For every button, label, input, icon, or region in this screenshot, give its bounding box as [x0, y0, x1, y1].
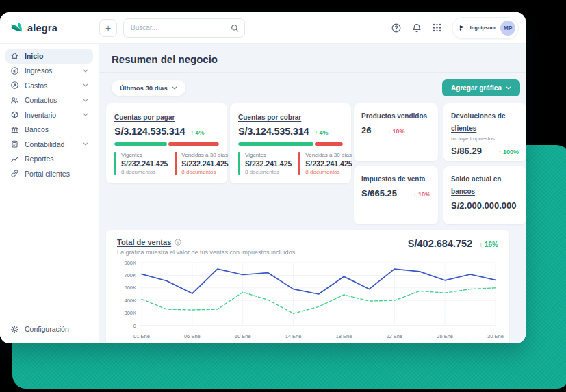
svg-text:26 Ene: 26 Ene	[437, 333, 453, 339]
sidebar-item-label: Gastos	[25, 81, 47, 90]
home-icon	[10, 51, 19, 60]
card-value: S/86.29	[451, 146, 482, 156]
sidebar: Inicio Ingresos Gastos Contactos Inventa…	[0, 44, 99, 343]
bank-icon	[10, 125, 19, 134]
sidebar-item-reportes[interactable]: Reportes	[5, 152, 93, 167]
accounting-icon	[10, 140, 19, 148]
card-devoluciones-de-clientes: Devoluciones de clientes Incluye impuest…	[443, 103, 526, 161]
card-amount: S/3.124.535.314	[114, 126, 185, 137]
brand-name: alegra	[27, 23, 57, 34]
card-total-de-ventas: Total de ventas La gráfica muestra el va…	[106, 230, 509, 343]
svg-text:30 Ene: 30 Ene	[487, 333, 504, 339]
card-title[interactable]: Cuentas por pagar	[114, 114, 175, 121]
chart-total-delta: ↑ 16%	[479, 241, 498, 248]
aging-bar	[238, 142, 343, 146]
apps-menu-button[interactable]	[432, 23, 442, 33]
info-icon[interactable]	[175, 239, 181, 246]
summary-cards-row: Cuentas por pagar S/3.124.535.314 ↑ 4% V…	[99, 96, 526, 224]
topbar-actions: logoipsum MP	[391, 17, 519, 39]
svg-text:10 Ene: 10 Ene	[235, 333, 251, 339]
sidebar-item-inicio[interactable]: Inicio	[5, 49, 93, 64]
apps-grid-icon	[432, 23, 442, 33]
card-value: 26	[361, 125, 371, 135]
chevron-down-icon	[83, 83, 88, 87]
sidebar-item-configuracion[interactable]: Configuración	[5, 322, 93, 337]
sidebar-item-contabilidad[interactable]: Contabilidad	[5, 137, 93, 152]
reports-icon	[10, 155, 19, 164]
avatar[interactable]: MP	[500, 21, 515, 36]
sub-metric-vigentes: Vigentes S/232.241.425 8 documentos	[238, 152, 292, 175]
contacts-icon	[10, 96, 19, 105]
date-range-filter[interactable]: Últimos 30 días	[112, 80, 185, 96]
svg-text:300K: 300K	[124, 310, 136, 316]
card-title[interactable]: Devoluciones de clientes	[451, 112, 505, 132]
sidebar-item-label: Contabilidad	[25, 140, 64, 148]
sidebar-item-contactos[interactable]: Contactos	[5, 93, 93, 108]
card-value: S/2.000.000.000	[451, 200, 516, 211]
screenshot-stage: alegra +	[0, 0, 566, 392]
sidebar-item-label: Ingresos	[25, 66, 52, 75]
gear-icon	[10, 325, 19, 334]
question-circle-icon	[391, 23, 402, 34]
chevron-down-icon	[83, 113, 88, 116]
alegra-logo-icon	[10, 22, 23, 34]
sidebar-item-bancos[interactable]: Bancos	[5, 122, 93, 138]
page-title: Resumen del negocio	[112, 53, 513, 65]
sidebar-item-label: Inventario	[25, 111, 56, 119]
sidebar-item-inventario[interactable]: Inventario	[5, 107, 93, 122]
card-delta: ↑ 4%	[314, 129, 328, 136]
chevron-down-icon	[83, 142, 88, 146]
sub-metric-vencidas: Vencidas a 30 días S/232.241.425 8 docum…	[298, 152, 352, 175]
svg-text:900K: 900K	[124, 260, 136, 266]
card-title[interactable]: Impuestos de venta	[361, 175, 425, 183]
card-title[interactable]: Productos vendidos	[361, 112, 427, 120]
card-amount: S/3.124.535.314	[238, 126, 309, 137]
card-saldo-actual-en-bancos: Saldo actual en bancos S/2.000.000.000	[443, 166, 526, 224]
sidebar-item-label: Configuración	[25, 325, 69, 333]
sidebar-footer: Configuración	[5, 317, 93, 337]
main-content: Resumen del negocio Últimos 30 días Agre…	[99, 44, 526, 343]
chevron-down-icon	[83, 69, 88, 73]
card-delta: ↑ 100%	[498, 148, 519, 155]
sidebar-item-gastos[interactable]: Gastos	[5, 78, 93, 93]
svg-text:0: 0	[133, 323, 136, 329]
date-range-label: Últimos 30 días	[120, 84, 168, 92]
create-new-button[interactable]: +	[99, 19, 117, 37]
account-pill[interactable]: logoipsum MP	[452, 17, 519, 39]
svg-text:22 Ene: 22 Ene	[386, 333, 402, 339]
chart-total-value: S/402.684.752	[408, 238, 472, 249]
card-productos-vendidos: Productos vendidos 26 ↓ 10%	[354, 103, 438, 161]
sidebar-item-label: Portal clientes	[25, 170, 70, 178]
sidebar-item-portal-clientes[interactable]: Portal clientes	[5, 166, 93, 181]
svg-text:06 Ene: 06 Ene	[184, 333, 201, 339]
card-delta: ↓ 10%	[387, 128, 404, 135]
chevron-down-icon	[83, 99, 88, 102]
svg-text:01 Ene: 01 Ene	[133, 333, 150, 339]
app-window: alegra +	[0, 12, 526, 343]
card-title[interactable]: Saldo actual en bancos	[451, 175, 501, 195]
sidebar-item-label: Bancos	[25, 125, 49, 133]
help-button[interactable]	[391, 23, 402, 34]
card-delta: ↑ 4%	[190, 129, 204, 136]
chart-subtitle: La gráfica muestra el valor de tus venta…	[117, 249, 297, 256]
svg-text:500K: 500K	[124, 285, 136, 291]
notifications-button[interactable]	[411, 23, 422, 34]
svg-text:400K: 400K	[124, 298, 136, 304]
card-delta: ↓ 10%	[413, 191, 430, 198]
series-solid	[142, 269, 496, 294]
filter-row: Últimos 30 días Agregar gráfica	[99, 73, 526, 96]
svg-text:14 Ene: 14 Ene	[285, 333, 302, 339]
bell-icon	[411, 23, 422, 34]
card-impuestos-de-venta: Impuestos de venta S/665.25 ↓ 10%	[354, 166, 438, 224]
chevron-down-icon	[172, 86, 177, 90]
add-chart-button[interactable]: Agregar gráfica	[442, 79, 520, 96]
aging-bar	[114, 142, 219, 146]
card-title[interactable]: Cuentas por cobrar	[238, 114, 301, 121]
sidebar-item-ingresos[interactable]: Ingresos	[5, 64, 93, 79]
search-input[interactable]	[129, 23, 231, 32]
sales-line-chart: 900K700K500K400K300K001 Ene06 Ene10 Ene1…	[117, 257, 498, 343]
workspace-logo-icon	[459, 25, 465, 31]
chart-title[interactable]: Total de ventas	[117, 238, 171, 246]
sidebar-item-label: Contactos	[25, 96, 57, 104]
search-box[interactable]	[123, 18, 245, 38]
